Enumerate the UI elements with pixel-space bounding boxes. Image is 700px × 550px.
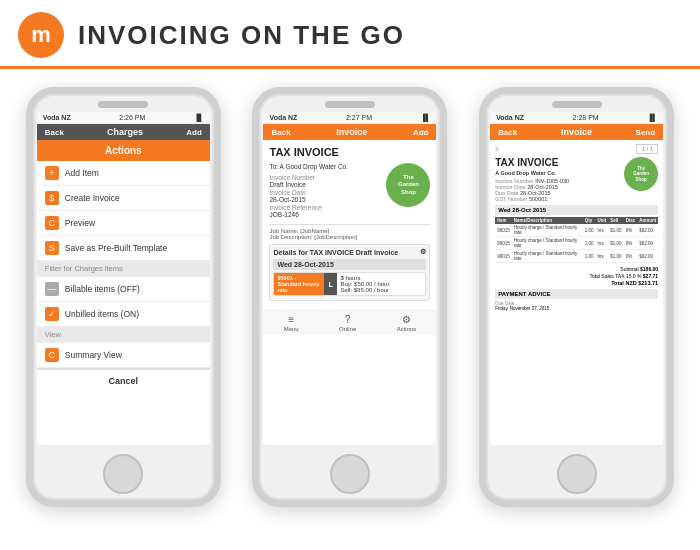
- job-desc: Job Description: [JobDescription]: [269, 234, 430, 240]
- pagination: 1 / 1: [636, 144, 658, 154]
- actions-header: Actions: [37, 140, 210, 161]
- actions-btn-2[interactable]: ⚙ Actions: [397, 314, 417, 332]
- menu-icon-3[interactable]: ≡: [495, 146, 499, 152]
- fi-table: Item Name/Description Qty Unit Sell Disc…: [495, 217, 658, 263]
- menu-create-invoice[interactable]: $ Create Invoice: [37, 186, 210, 211]
- send-btn-3[interactable]: Send: [636, 128, 656, 137]
- status-bar-1: Voda NZ 2:26 PM ▐▌: [37, 112, 210, 124]
- th-sell: Sell: [608, 217, 623, 224]
- inv-date-val: 28-Oct-2015: [269, 196, 305, 203]
- phone-2: Voda NZ 2:27 PM ▐▌ Back Invoice Add TAX …: [252, 87, 447, 507]
- invoice-to: To: A Good Drop Water Co. Invoice Number…: [269, 163, 358, 219]
- subtotal-row: Subtotal $186.00: [495, 266, 658, 272]
- full-invoice: ≡ 1 / 1 TAX INVOICE A Good Drop Water Co…: [490, 140, 663, 315]
- invoice-date: Invoice Date 28-Oct-2015: [269, 189, 358, 203]
- view-label: View: [45, 330, 61, 339]
- check-icon: ✓: [45, 307, 59, 321]
- back-btn-1[interactable]: Back: [45, 128, 64, 137]
- menu-unbilled[interactable]: ✓ Unbilled items (ON): [37, 302, 210, 327]
- cancel-btn[interactable]: Cancel: [37, 368, 210, 392]
- back-btn-2[interactable]: Back: [271, 128, 290, 137]
- menu-btn-2[interactable]: ≡ Menu: [284, 314, 299, 332]
- details-header: Details for TAX INVOICE Draft Invoice ⚙: [273, 248, 426, 256]
- filter-section: Filter for Charges items: [37, 261, 210, 277]
- total-label: Total NZD: [611, 280, 637, 286]
- menu-label-2: Menu: [284, 326, 299, 332]
- help-btn-2[interactable]: ? Online: [339, 314, 356, 332]
- menu-create-invoice-label: Create Invoice: [65, 193, 120, 203]
- carrier-1: Voda NZ: [43, 114, 71, 121]
- th-unit: Unit: [596, 217, 609, 224]
- header: m INVOICING ON THE GO: [0, 0, 700, 69]
- battery-1: ▐▌: [194, 114, 204, 121]
- nav-title-1: Charges: [107, 127, 143, 137]
- menu-preview[interactable]: C Preview: [37, 211, 210, 236]
- phone-1-screen: Voda NZ 2:26 PM ▐▌ Back Charges Add Acti…: [37, 112, 210, 445]
- battery-3: ▐▌: [647, 114, 657, 121]
- minus-icon: —: [45, 282, 59, 296]
- logo: m: [18, 12, 64, 58]
- line-item: 95001 - Standard hourly rate L 3 hours B…: [273, 272, 426, 296]
- back-btn-3[interactable]: Back: [498, 128, 517, 137]
- add-btn-2[interactable]: Add: [413, 128, 429, 137]
- view-section: View: [37, 327, 210, 343]
- inv-date-lbl: Invoice Date: [269, 189, 305, 196]
- fi-table-header: Item Name/Description Qty Unit Sell Disc…: [495, 217, 658, 224]
- line-code-text: 95001 - Standard hourly rate: [277, 275, 321, 293]
- battery-2: ▐▌: [421, 114, 431, 121]
- carrier-2: Voda NZ: [269, 114, 297, 121]
- tax-label: Total Sales TAX 15.0 %: [589, 273, 641, 279]
- garden-logo: TheGardenShop: [386, 163, 430, 207]
- fi-date-section: Wed 28-Oct 2015: [495, 205, 658, 215]
- menu-add-item[interactable]: + Add Item: [37, 161, 210, 186]
- payment-advice-label: PAYMENT ADVICE: [495, 289, 658, 299]
- status-bar-2: Voda NZ 2:27 PM ▐▌: [263, 112, 436, 124]
- th-item: Item: [495, 217, 512, 224]
- nav-title-3: Invoice: [561, 127, 592, 137]
- line-sell: Sell: $85.00 / hour: [340, 287, 422, 293]
- time-1: 2:26 PM: [119, 114, 145, 121]
- menu-save-template[interactable]: S Save as Pre-Built Template: [37, 236, 210, 261]
- inv-ref-val: JOB-1246: [269, 211, 298, 218]
- fi-gst: GST Number 500001: [495, 196, 585, 202]
- logo-letter: m: [31, 22, 51, 48]
- tax-row: Total Sales TAX 15.0 % $27.71: [495, 273, 658, 279]
- time-2: 2:27 PM: [346, 114, 372, 121]
- gear-icon[interactable]: ⚙: [420, 248, 426, 256]
- total-value: $213.71: [638, 280, 658, 286]
- menu-save-template-label: Save as Pre-Built Template: [65, 243, 167, 253]
- invoice-ref: Invoice Reference JOB-1246: [269, 204, 358, 218]
- menu-add-item-label: Add Item: [65, 168, 99, 178]
- dollar-icon: $: [45, 191, 59, 205]
- header-title: INVOICING ON THE GO: [78, 20, 405, 51]
- menu-summary-view[interactable]: C Summary View: [37, 343, 210, 368]
- th-qty: Qty: [583, 217, 596, 224]
- fi-gst-lbl: GST Number: [495, 196, 527, 202]
- filter-label: Filter for Charges items: [45, 264, 123, 273]
- job-info: Job Name: [JobName] Job Description: [Jo…: [269, 224, 430, 240]
- subtotal-label: Subtotal: [620, 266, 638, 272]
- inv-num-val: Draft Invoice: [269, 181, 306, 188]
- table-row: 99015Hourly charge / Standard hourly rat…: [495, 237, 658, 250]
- fi-gst-val: 500001: [529, 196, 547, 202]
- tax-value: $27.71: [643, 273, 658, 279]
- help-icon-2: ?: [345, 314, 351, 325]
- menu-billable[interactable]: — Billable items (OFF): [37, 277, 210, 302]
- th-disc: Disc: [624, 217, 638, 224]
- phone-1: Voda NZ 2:26 PM ▐▌ Back Charges Add Acti…: [26, 87, 221, 507]
- nav-title-2: Invoice: [336, 127, 367, 137]
- table-row: 99015Hourly charge / Standard hourly rat…: [495, 250, 658, 263]
- bottom-bar-2: ≡ Menu ? Online ⚙ Actions: [263, 310, 436, 335]
- preview-icon: C: [45, 216, 59, 230]
- add-btn-1[interactable]: Add: [186, 128, 202, 137]
- inv-num-lbl: Invoice Number: [269, 174, 315, 181]
- payment-detail: Due Date Friday, November 27, 2015: [495, 301, 658, 311]
- total-row: Total NZD $213.71: [495, 280, 658, 286]
- garden-logo-3: TheGardenShop: [624, 157, 658, 191]
- actions-label-2: Actions: [397, 326, 417, 332]
- plus-icon: +: [45, 166, 59, 180]
- phone-3: Voda NZ 2:28 PM ▐▌ Back Invoice Send ≡ 1…: [479, 87, 674, 507]
- menu-billable-label: Billable items (OFF): [65, 284, 140, 294]
- invoice-number-label: Invoice Number Draft Invoice: [269, 174, 358, 188]
- phone-3-screen: Voda NZ 2:28 PM ▐▌ Back Invoice Send ≡ 1…: [490, 112, 663, 445]
